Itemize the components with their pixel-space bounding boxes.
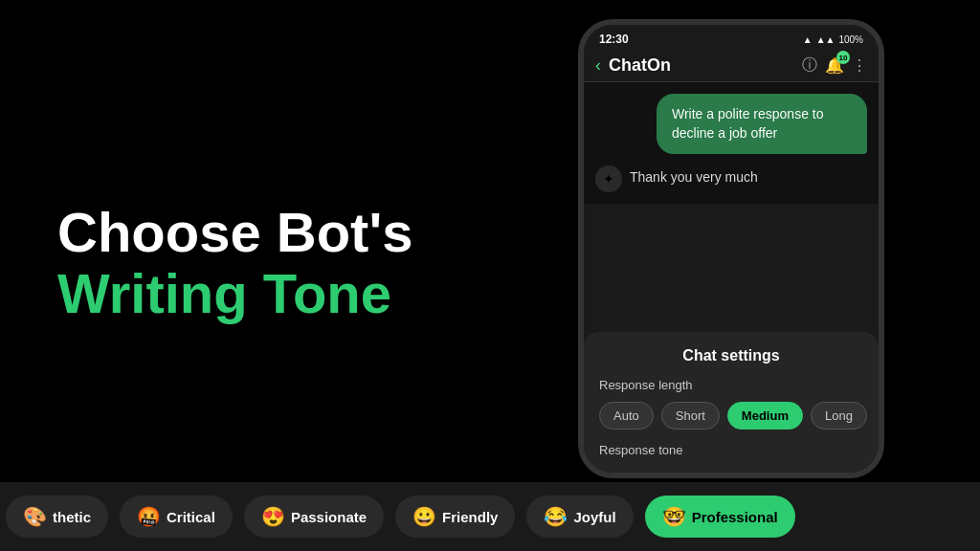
menu-icon[interactable]: ⋮ — [852, 56, 867, 75]
tone-emoji: 🎨 — [23, 505, 47, 528]
tone-label-text: Professional — [692, 509, 778, 525]
info-icon[interactable]: ⓘ — [802, 55, 817, 76]
app-title: ChatOn — [609, 55, 802, 76]
user-bubble: Write a polite response to decline a job… — [657, 94, 867, 154]
bot-message: ✦ Thank you very much — [595, 165, 867, 192]
tone-emoji: 🤬 — [137, 505, 161, 528]
tone-pill-professional[interactable]: 🤓Professional — [645, 496, 795, 538]
notification-icon[interactable]: 🔔 10 — [825, 56, 844, 75]
length-buttons: Auto Short Medium Long — [599, 402, 863, 430]
tone-emoji: 😍 — [261, 505, 285, 528]
battery-indicator: 100% — [838, 34, 863, 45]
bot-avatar: ✦ — [595, 165, 622, 192]
signal-icon: ▲▲ — [816, 34, 835, 45]
status-icons: ▲ ▲▲ 100% — [803, 34, 863, 45]
headline-line1: Choose Bot's — [57, 202, 412, 263]
status-time: 12:30 — [599, 33, 629, 46]
chat-area: Write a polite response to decline a job… — [584, 82, 879, 204]
tone-emoji: 🤓 — [662, 505, 686, 528]
length-auto-button[interactable]: Auto — [599, 402, 654, 430]
phone-outer: 12:30 ▲ ▲▲ 100% ‹ ChatOn ⓘ 🔔 10 ⋮ Write … — [578, 19, 884, 478]
phone-mockup: 12:30 ▲ ▲▲ 100% ‹ ChatOn ⓘ 🔔 10 ⋮ Write … — [578, 19, 903, 488]
status-bar: 12:30 ▲ ▲▲ 100% — [584, 25, 879, 50]
length-medium-button[interactable]: Medium — [727, 402, 803, 430]
tone-pill-thetic[interactable]: 🎨thetic — [6, 496, 108, 538]
tone-bar: 🎨thetic🤬Critical😍Passionate😀Friendly😂Joy… — [0, 482, 980, 551]
back-arrow-icon[interactable]: ‹ — [595, 55, 601, 76]
tone-emoji: 😀 — [412, 505, 436, 528]
tone-label-text: Passionate — [291, 509, 367, 525]
tone-label-text: Joyful — [573, 509, 615, 525]
tone-emoji: 😂 — [544, 505, 568, 528]
tone-label-text: Critical — [167, 509, 215, 525]
header-icons: ⓘ 🔔 10 ⋮ — [802, 55, 867, 76]
length-short-button[interactable]: Short — [661, 402, 720, 430]
tone-pill-critical[interactable]: 🤬Critical — [120, 496, 233, 538]
wifi-icon: ▲ — [803, 34, 813, 45]
response-tone-label: Response tone — [599, 443, 863, 457]
app-header: ‹ ChatOn ⓘ 🔔 10 ⋮ — [584, 50, 879, 82]
tone-pill-passionate[interactable]: 😍Passionate — [244, 496, 384, 538]
length-long-button[interactable]: Long — [811, 402, 867, 430]
tone-pill-friendly[interactable]: 😀Friendly — [395, 496, 515, 538]
response-length-label: Response length — [599, 378, 863, 392]
tone-label-text: Friendly — [442, 509, 498, 525]
tone-pill-joyful[interactable]: 😂Joyful — [526, 496, 633, 538]
settings-title: Chat settings — [599, 347, 863, 364]
chat-settings-panel: Chat settings Response length Auto Short… — [584, 332, 879, 473]
headline-line2: Writing Tone — [57, 263, 412, 324]
tone-label-text: thetic — [53, 509, 91, 525]
bot-text: Thank you very much — [630, 165, 758, 185]
left-content: Choose Bot's Writing Tone — [57, 202, 412, 324]
badge-count: 10 — [836, 51, 850, 64]
